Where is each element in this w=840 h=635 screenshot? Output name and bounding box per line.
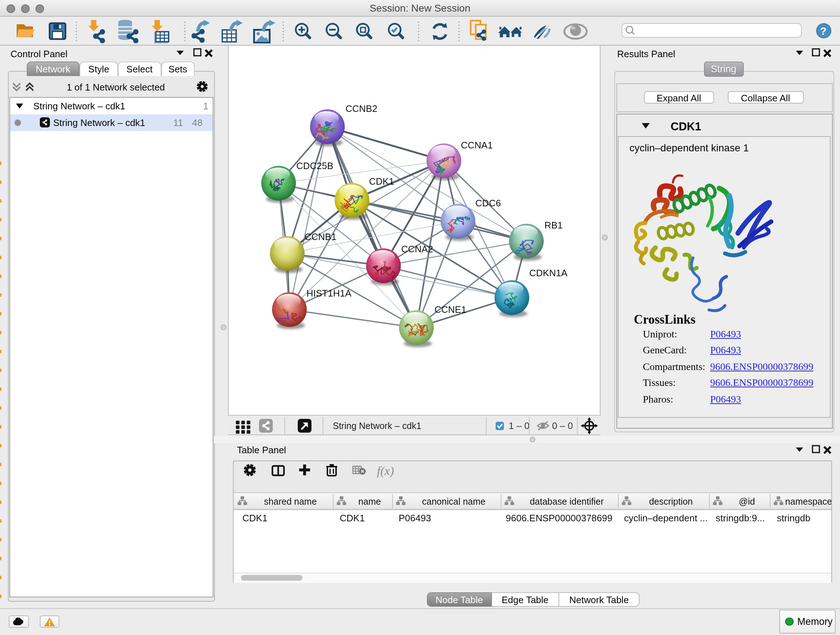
svg-text:CDKN1A: CDKN1A [529, 267, 567, 278]
svg-text:CCNA1: CCNA1 [461, 139, 493, 150]
svg-text:CCNB2: CCNB2 [345, 103, 377, 114]
svg-text:1 – 0: 1 – 0 [508, 420, 529, 431]
svg-text:CDK1: CDK1 [369, 176, 393, 187]
svg-text:CCNA2: CCNA2 [401, 243, 433, 254]
svg-text:RB1: RB1 [544, 219, 562, 230]
svg-text:0 – 0: 0 – 0 [552, 420, 573, 431]
svg-text:CCNB1: CCNB1 [304, 231, 336, 242]
svg-text:CCNE1: CCNE1 [434, 304, 466, 315]
svg-text:CDC25B: CDC25B [296, 160, 333, 171]
svg-text:String Network – cdk1: String Network – cdk1 [332, 420, 421, 431]
svg-text:HIST1H1A: HIST1H1A [306, 287, 351, 298]
svg-text:CDC6: CDC6 [475, 197, 501, 208]
